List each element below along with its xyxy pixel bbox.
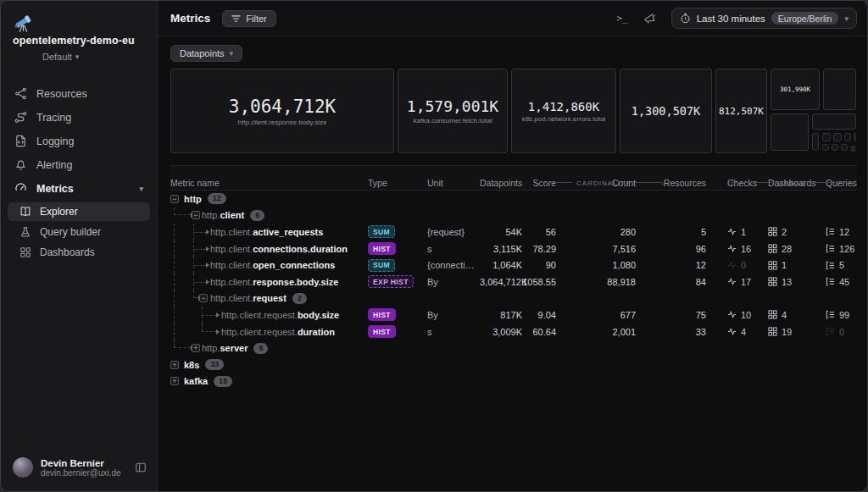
- treemap-card[interactable]: [841, 144, 848, 151]
- expand-toggle[interactable]: +: [170, 377, 179, 385]
- treemap-card[interactable]: 301,990K: [771, 69, 820, 110]
- avatar[interactable]: [13, 457, 33, 478]
- treemap-card[interactable]: 812,507K: [715, 69, 767, 153]
- org-header: opentelemetry-demo-eu Default ▾: [1, 1, 157, 70]
- metric-row[interactable]: http.client.response.body.size EXP HIST …: [170, 274, 857, 290]
- col-header-metric-name[interactable]: Metric name: [170, 168, 368, 188]
- collapse-sidebar-icon[interactable]: [135, 462, 147, 473]
- sidebar-item-metrics[interactable]: Metrics ▾: [8, 177, 150, 200]
- terminal-icon[interactable]: >_: [616, 13, 627, 24]
- treemap-card[interactable]: 1,579,001Kkafka.consumer.fetch.total: [398, 69, 508, 153]
- metric-count-badge: 12: [208, 193, 226, 204]
- metric-count-badge: 2: [292, 293, 307, 304]
- metric-row[interactable]: +kafka18: [170, 373, 857, 390]
- metric-row[interactable]: http.client.open_connections SUM {connec…: [170, 257, 857, 274]
- metric-name-cell: http.client.response.body.size: [170, 274, 368, 290]
- queries-icon: [826, 261, 835, 270]
- datapoints-dropdown[interactable]: Datapoints ▾: [170, 45, 242, 62]
- treemap-card[interactable]: 1,412,860Kk8s.pod.network.errors.total: [511, 69, 616, 153]
- flask-icon: [19, 226, 31, 238]
- expand-toggle[interactable]: +: [170, 361, 179, 369]
- checks-usage: 17: [727, 277, 768, 287]
- filter-button[interactable]: Filter: [222, 10, 275, 27]
- metric-row[interactable]: −http12: [170, 191, 857, 207]
- checks-icon: [727, 327, 737, 336]
- metric-count-badge: 33: [205, 359, 224, 370]
- treemap-card[interactable]: [812, 113, 856, 130]
- sidebar-item-resources[interactable]: Resources: [8, 82, 150, 105]
- dashboards-icon: [768, 310, 777, 319]
- metric-type-badge: HIST: [368, 308, 396, 321]
- sidebar-item-label: Dashboards: [40, 246, 95, 258]
- stopwatch-icon: [680, 13, 691, 24]
- metric-type-badge: EXP HIST: [368, 275, 414, 288]
- time-range-button[interactable]: Last 30 minutes Europe/Berlin ▾: [671, 8, 857, 29]
- queries-usage: 5: [826, 260, 857, 270]
- treemap-card[interactable]: [822, 144, 829, 151]
- metric-count-badge: 6: [250, 210, 264, 221]
- metrics-submenu: Explorer Query builder Dashboards: [1, 201, 157, 263]
- treemap-card[interactable]: [854, 133, 856, 141]
- queries-icon: [826, 327, 835, 336]
- dashboards-icon: [768, 277, 777, 286]
- table-header: Metric name Type Unit Datapoints Score C…: [170, 165, 857, 191]
- chevron-down-icon: ▾: [230, 49, 234, 58]
- checks-icon: [727, 277, 737, 286]
- metric-row[interactable]: +k8s33: [170, 357, 857, 373]
- dashboards-usage: 4: [768, 310, 826, 320]
- treemap-card[interactable]: [771, 113, 809, 151]
- checks-usage: 10: [727, 310, 768, 320]
- queries-icon: [826, 244, 835, 253]
- dashboards-icon: [768, 244, 777, 253]
- treemap-card[interactable]: [850, 149, 856, 152]
- treemap-card[interactable]: [844, 133, 851, 141]
- workspace-selector[interactable]: Default ▾: [13, 47, 147, 62]
- collapse-toggle[interactable]: −: [170, 195, 179, 203]
- treemap-card[interactable]: [833, 133, 842, 141]
- metric-row[interactable]: http.client.request.duration HIST s 3,00…: [170, 323, 857, 340]
- cardinality-group-bracket: CARDINALITY: [544, 169, 663, 187]
- megaphone-icon[interactable]: [643, 12, 656, 25]
- metric-name-cell: http.client.connections.duration: [170, 240, 368, 257]
- metric-name-cell: http.client.request.duration: [170, 323, 368, 340]
- queries-usage: 0: [826, 327, 857, 337]
- dashboards-icon: [768, 261, 777, 270]
- sidebar-item-explorer[interactable]: Explorer: [8, 202, 150, 221]
- sidebar-item-alerting[interactable]: Alerting: [8, 153, 150, 176]
- org-name: opentelemetry-demo-eu: [13, 35, 135, 47]
- queries-usage: 45: [826, 277, 857, 287]
- col-header-datapoints[interactable]: Datapoints: [480, 168, 522, 188]
- treemap-card[interactable]: 3,064,712Khttp.client.response.body.size: [170, 69, 394, 153]
- metric-row[interactable]: −http.client.request2: [170, 290, 857, 307]
- metric-row[interactable]: http.client.connections.duration HIST s …: [170, 240, 857, 257]
- metric-row[interactable]: −http.client6: [170, 207, 857, 224]
- treemap-card[interactable]: [823, 69, 856, 110]
- treemap-card[interactable]: [822, 133, 831, 141]
- treemap-card[interactable]: [832, 144, 838, 151]
- sidebar: opentelemetry-demo-eu Default ▾ Resource…: [1, 1, 158, 491]
- expand-toggle[interactable]: +: [192, 344, 200, 352]
- metric-row[interactable]: http.client.request.body.size HIST By 81…: [170, 307, 857, 323]
- metric-row[interactable]: +http.server6: [170, 340, 857, 357]
- col-header-unit[interactable]: Unit: [427, 168, 480, 188]
- treemap-card[interactable]: [812, 133, 819, 151]
- collapse-toggle[interactable]: −: [192, 211, 200, 219]
- chevron-down-icon: ▾: [139, 185, 143, 193]
- collapse-toggle[interactable]: −: [199, 294, 208, 302]
- metric-type-badge: SUM: [368, 259, 395, 272]
- tracing-icon: [14, 111, 27, 124]
- col-header-type[interactable]: Type: [368, 168, 427, 188]
- sidebar-item-label: Resources: [36, 88, 87, 100]
- checks-usage: 4: [727, 327, 768, 337]
- queries-usage: 99: [826, 310, 857, 320]
- sidebar-item-logging[interactable]: Logging: [8, 130, 150, 152]
- sidebar-item-dashboards[interactable]: Dashboards: [8, 243, 150, 262]
- time-range-label: Last 30 minutes: [697, 14, 765, 24]
- treemap-card[interactable]: 1,300,507K: [620, 69, 712, 153]
- dashboards-icon: [768, 327, 777, 336]
- metric-row[interactable]: http.client.active_requests SUM {request…: [170, 224, 857, 240]
- sidebar-item-query-builder[interactable]: Query builder: [8, 223, 150, 241]
- sidebar-item-tracing[interactable]: Tracing: [8, 106, 150, 129]
- treemap-card[interactable]: [850, 146, 856, 148]
- dashboards-usage: 19: [768, 327, 826, 337]
